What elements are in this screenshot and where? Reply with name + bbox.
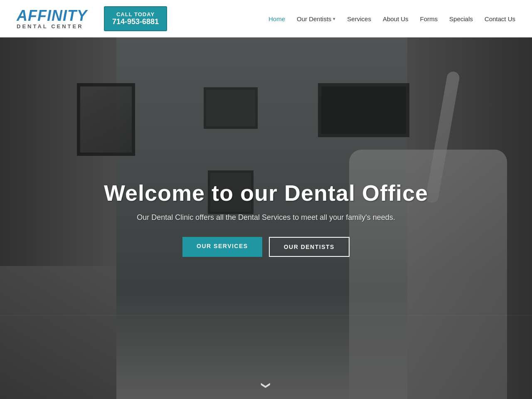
call-today-label: CALL TODAY — [112, 11, 159, 17]
scroll-down-indicator[interactable]: ❯ — [262, 380, 270, 391]
nav-our-dentists[interactable]: Our Dentists ▾ — [297, 15, 335, 22]
hero-subtitle: Our Dental Clinic offers all the Dental … — [104, 213, 428, 222]
hero-section: Welcome to our Dental Office Our Dental … — [0, 37, 532, 399]
hero-buttons: OUR SERVICES OUR DENTISTS — [104, 237, 428, 257]
nav-forms[interactable]: Forms — [420, 15, 438, 22]
chevron-down-scroll-icon: ❯ — [261, 382, 271, 389]
call-number: 714-953-6881 — [112, 17, 159, 26]
hero-title: Welcome to our Dental Office — [104, 180, 428, 206]
chevron-down-icon: ▾ — [333, 16, 335, 22]
hero-content: Welcome to our Dental Office Our Dental … — [87, 180, 445, 257]
nav-about-us[interactable]: About Us — [383, 15, 409, 22]
our-services-button[interactable]: OUR SERVICES — [182, 237, 262, 257]
main-nav: Home Our Dentists ▾ Services About Us Fo… — [268, 15, 515, 22]
logo-sub: DENTAL CENTER — [17, 23, 87, 30]
logo-area: AFFINITY DENTAL CENTER CALL TODAY 714-95… — [17, 6, 167, 31]
nav-services[interactable]: Services — [347, 15, 371, 22]
nav-specials[interactable]: Specials — [449, 15, 473, 22]
our-dentists-button[interactable]: OUR DENTISTS — [269, 237, 350, 257]
logo: AFFINITY DENTAL CENTER — [17, 8, 87, 30]
call-today-button[interactable]: CALL TODAY 714-953-6881 — [104, 6, 167, 31]
nav-contact-us[interactable]: Contact Us — [485, 15, 515, 22]
logo-brand: AFFINITY — [17, 8, 87, 23]
nav-home[interactable]: Home — [268, 15, 285, 22]
site-header: AFFINITY DENTAL CENTER CALL TODAY 714-95… — [0, 0, 532, 37]
